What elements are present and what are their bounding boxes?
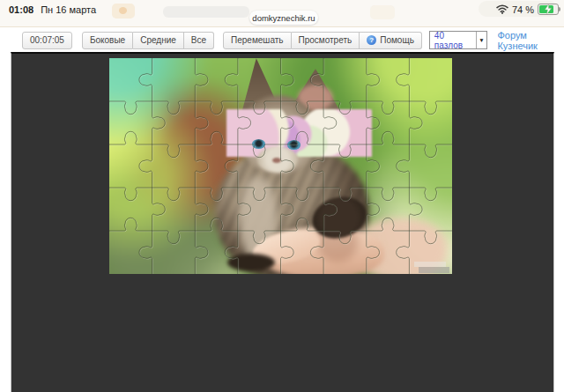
forum-link[interactable]: Форум Кузнечик xyxy=(497,30,564,51)
puzzle-board[interactable] xyxy=(11,52,554,392)
background-ghost xyxy=(112,4,135,18)
preview-button[interactable]: Просмотреть xyxy=(292,32,360,49)
status-bar: 01:08 Пн 16 марта domkyznechik.ru 74 % xyxy=(0,0,564,26)
wifi-icon xyxy=(496,4,508,14)
background-ghost xyxy=(370,5,395,19)
filter-edge-button[interactable]: Боковые xyxy=(82,32,133,49)
screen: 01:08 Пн 16 марта domkyznechik.ru 74 % 0… xyxy=(0,0,564,392)
status-time-date: 01:08 Пн 16 марта xyxy=(9,4,96,15)
battery-charging-icon xyxy=(538,4,559,15)
background-ghost xyxy=(163,6,249,18)
url-text: domkyznechik.ru xyxy=(252,13,315,23)
battery-percent-label: 74 % xyxy=(512,4,534,15)
date-label: Пн 16 марта xyxy=(41,4,96,15)
piece-filter-group: Боковые Средние Все xyxy=(82,32,214,49)
jigsaw-grid-overlay xyxy=(109,58,452,274)
address-bar[interactable]: domkyznechik.ru xyxy=(249,11,318,25)
pieces-count-select[interactable]: 40 пазлов ▼ xyxy=(429,31,488,49)
puzzle-toolbar: 00:07:05 Боковые Средние Все Перемешать … xyxy=(0,26,564,53)
status-indicators: 74 % xyxy=(496,4,559,15)
action-group: Перемешать Просмотреть ? Помощь xyxy=(223,32,422,49)
timer-button[interactable]: 00:07:05 xyxy=(22,32,72,49)
filter-middle-button[interactable]: Средние xyxy=(133,32,184,49)
pieces-count-value: 40 пазлов xyxy=(430,32,476,48)
shuffle-button[interactable]: Перемешать xyxy=(223,32,291,49)
help-icon: ? xyxy=(367,35,376,45)
chevron-down-icon: ▼ xyxy=(476,32,487,48)
help-label: Помощь xyxy=(380,35,414,45)
help-button[interactable]: ? Помощь xyxy=(360,32,422,49)
filter-all-button[interactable]: Все xyxy=(184,32,214,49)
puzzle-image[interactable] xyxy=(109,58,452,274)
clock: 01:08 xyxy=(9,4,33,15)
